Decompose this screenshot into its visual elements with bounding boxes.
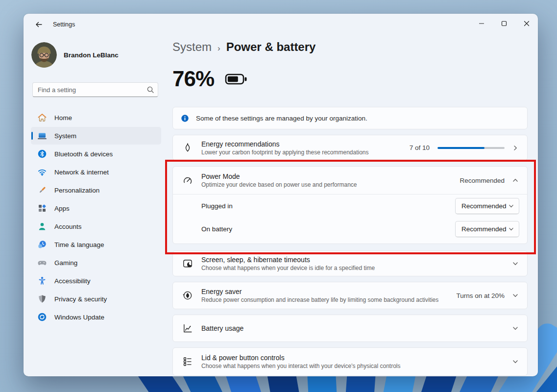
- card-subtitle: Choose what happens when your device is …: [201, 265, 375, 271]
- main-content: System › Power & battery 76% Some of the…: [172, 14, 528, 376]
- chevron-down-icon[interactable]: [512, 293, 518, 298]
- sidebar-item-accounts[interactable]: Accounts: [31, 218, 161, 235]
- battery-status: 76%: [172, 65, 528, 93]
- accounts-icon: [37, 221, 47, 231]
- user-profile[interactable]: Brandon LeBlanc: [31, 42, 170, 68]
- sidebar-item-label: Time & language: [54, 241, 104, 248]
- screen-sleep-card[interactable]: Screen, sleep, & hibernate timeouts Choo…: [172, 250, 528, 276]
- windows-update-icon: [37, 312, 47, 322]
- card-title: Power Mode: [201, 172, 357, 180]
- card-subtitle: Optimize your device based on power use …: [201, 181, 357, 188]
- spacer: [173, 241, 527, 244]
- search-icon: [146, 86, 154, 94]
- plugged-in-row: Plugged in Recommended: [173, 195, 527, 218]
- personalization-icon: [37, 185, 47, 195]
- plugged-in-label: Plugged in: [201, 202, 233, 210]
- sidebar-item-label: Personalization: [54, 187, 99, 194]
- breadcrumb: System › Power & battery: [172, 40, 528, 54]
- chevron-up-icon[interactable]: [512, 177, 518, 183]
- card-subtitle: Reduce power consumption and increase ba…: [201, 296, 438, 303]
- window-title: Settings: [53, 21, 75, 28]
- sidebar-item-gaming[interactable]: Gaming: [31, 254, 161, 271]
- back-button[interactable]: [30, 17, 47, 32]
- chevron-right-icon: [512, 145, 518, 151]
- card-title: Energy recommendations: [201, 140, 369, 148]
- sidebar-item-label: Network & internet: [54, 169, 109, 176]
- chevron-down-icon[interactable]: [512, 359, 518, 365]
- back-arrow-icon: [35, 21, 43, 28]
- lid-power-card[interactable]: Lid & power button controls Choose what …: [172, 347, 528, 376]
- card-title: Energy saver: [201, 288, 438, 295]
- power-mode-card: Power Mode Optimize your device based on…: [172, 166, 528, 244]
- sidebar-item-personalization[interactable]: Personalization: [31, 181, 161, 199]
- energy-saver-value: Turns on at 20%: [456, 292, 505, 299]
- settings-window: Settings: [24, 14, 538, 376]
- sidebar-item-privacy[interactable]: Privacy & security: [31, 290, 161, 308]
- sidebar-item-bluetooth[interactable]: Bluetooth & devices: [31, 145, 161, 163]
- energy-progress-label: 7 of 10: [410, 144, 430, 151]
- card-subtitle: Lower your carbon footprint by applying …: [201, 149, 369, 156]
- time-language-icon: [37, 240, 47, 249]
- search-input[interactable]: [32, 82, 158, 97]
- on-battery-row: On battery Recommended: [173, 218, 527, 241]
- energy-saver-icon: [182, 290, 194, 301]
- battery-usage-card[interactable]: Battery usage: [172, 315, 528, 342]
- breadcrumb-parent[interactable]: System: [172, 40, 212, 54]
- home-icon: [37, 113, 47, 122]
- sidebar-item-apps[interactable]: Apps: [31, 199, 161, 217]
- sidebar-item-time-language[interactable]: Time & language: [31, 236, 161, 253]
- info-icon: [181, 114, 189, 122]
- bluetooth-icon: [37, 149, 47, 159]
- power-mode-header[interactable]: Power Mode Optimize your device based on…: [173, 167, 527, 194]
- leaf-icon: [182, 142, 194, 154]
- chevron-down-icon: [509, 226, 514, 232]
- sidebar-item-label: Home: [54, 114, 72, 122]
- battery-percent: 76%: [172, 67, 214, 91]
- plugged-in-dropdown[interactable]: Recommended: [455, 198, 519, 214]
- sidebar-item-label: Bluetooth & devices: [54, 150, 113, 158]
- privacy-shield-icon: [37, 294, 47, 304]
- system-icon: [37, 131, 47, 141]
- managed-banner: Some of these settings are managed by yo…: [172, 107, 528, 129]
- breadcrumb-separator: ›: [218, 44, 220, 53]
- power-mode-value: Recommended: [460, 177, 505, 184]
- dropdown-value: Recommended: [461, 225, 507, 233]
- sidebar-item-accessibility[interactable]: Accessibility: [31, 272, 161, 290]
- battery-usage-chart-icon: [182, 322, 194, 334]
- power-mode-gauge-icon: [182, 174, 194, 186]
- sidebar-item-system[interactable]: System: [31, 127, 161, 145]
- sidebar-item-label: Windows Update: [54, 314, 104, 321]
- chevron-down-icon[interactable]: [512, 325, 518, 331]
- energy-progress-bar: [437, 147, 505, 149]
- sidebar-item-label: System: [54, 132, 76, 140]
- user-name: Brandon LeBlanc: [64, 51, 119, 59]
- sidebar-item-label: Apps: [54, 205, 70, 212]
- sidebar-item-label: Accessibility: [54, 277, 91, 285]
- chevron-down-icon: [509, 203, 514, 209]
- on-battery-dropdown[interactable]: Recommended: [455, 221, 519, 237]
- card-title: Screen, sleep, & hibernate timeouts: [201, 256, 375, 264]
- energy-saver-card[interactable]: Energy saver Reduce power consumption an…: [172, 282, 528, 309]
- battery-icon: [225, 73, 247, 86]
- sidebar-item-label: Gaming: [54, 259, 77, 267]
- on-battery-label: On battery: [201, 225, 232, 233]
- gaming-icon: [37, 258, 47, 268]
- sidebar-item-network[interactable]: Network & internet: [31, 163, 161, 181]
- card-title: Lid & power button controls: [201, 354, 401, 362]
- sidebar-item-label: Accounts: [54, 223, 82, 230]
- sidebar-item-windows-update[interactable]: Windows Update: [31, 308, 161, 326]
- page-title: Power & battery: [226, 40, 316, 54]
- network-icon: [37, 167, 47, 177]
- card-subtitle: Choose what happens when you interact wi…: [201, 363, 401, 369]
- energy-recommendations-card[interactable]: Energy recommendations Lower your carbon…: [172, 135, 528, 161]
- energy-progress-fill: [437, 147, 484, 149]
- sidebar-nav: Home System Bluetooth & devices: [31, 109, 161, 326]
- apps-icon: [37, 203, 47, 213]
- dropdown-value: Recommended: [461, 202, 507, 210]
- avatar: [31, 42, 57, 68]
- sidebar-item-label: Privacy & security: [54, 295, 107, 303]
- sidebar: Brandon LeBlanc Home: [24, 35, 170, 376]
- physical-controls-list-icon: [182, 356, 194, 368]
- chevron-down-icon[interactable]: [512, 261, 518, 267]
- sidebar-item-home[interactable]: Home: [31, 109, 161, 126]
